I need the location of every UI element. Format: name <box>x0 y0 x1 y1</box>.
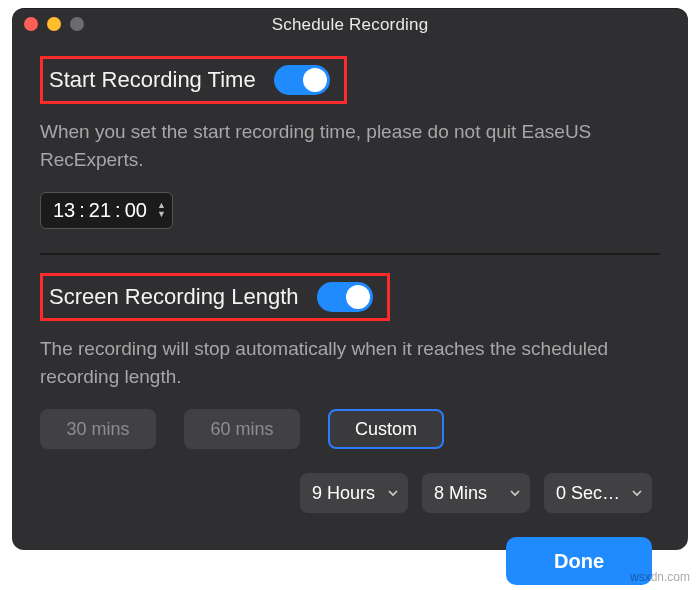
dialog-window: Schedule Recording Start Recording Time … <box>12 8 688 550</box>
mins-dropdown[interactable]: 8 Mins <box>422 473 530 513</box>
traffic-lights <box>24 17 84 31</box>
time-hours: 13 <box>53 199 75 222</box>
close-icon[interactable] <box>24 17 38 31</box>
preset-custom-button[interactable]: Custom <box>328 409 444 449</box>
minimize-icon[interactable] <box>47 17 61 31</box>
length-description: The recording will stop automatically wh… <box>40 335 660 391</box>
secs-dropdown[interactable]: 0 Sec… <box>544 473 652 513</box>
maximize-icon <box>70 17 84 31</box>
chevron-down-icon <box>388 488 398 498</box>
mins-value: 8 Mins <box>434 483 487 504</box>
stepper-down-icon[interactable]: ▼ <box>157 211 166 220</box>
hours-value: 9 Hours <box>312 483 375 504</box>
toggle-knob-icon <box>346 285 370 309</box>
watermark-text: wsxdn.com <box>630 570 690 584</box>
time-seconds: 00 <box>125 199 147 222</box>
duration-presets: 30 mins 60 mins Custom <box>40 409 660 449</box>
chevron-down-icon <box>632 488 642 498</box>
length-header: Screen Recording Length <box>40 273 390 321</box>
titlebar: Schedule Recording <box>12 8 688 42</box>
length-toggle[interactable] <box>317 282 373 312</box>
toggle-knob-icon <box>303 68 327 92</box>
secs-value: 0 Sec… <box>556 483 620 504</box>
time-sep-icon: : <box>77 199 87 222</box>
start-time-header: Start Recording Time <box>40 56 347 104</box>
hours-dropdown[interactable]: 9 Hours <box>300 473 408 513</box>
start-time-field[interactable]: 13 : 21 : 00 ▲ ▼ <box>40 192 173 229</box>
length-label: Screen Recording Length <box>49 284 299 310</box>
footer-row: Done <box>40 537 660 585</box>
preset-30-button[interactable]: 30 mins <box>40 409 156 449</box>
time-digits: 13 : 21 : 00 <box>53 199 147 222</box>
time-sep-icon: : <box>113 199 123 222</box>
start-time-toggle[interactable] <box>274 65 330 95</box>
content-area: Start Recording Time When you set the st… <box>12 42 688 585</box>
chevron-down-icon <box>510 488 520 498</box>
custom-duration-row: 9 Hours 8 Mins 0 Sec… <box>40 473 660 513</box>
start-time-description: When you set the start recording time, p… <box>40 118 660 174</box>
window-title: Schedule Recording <box>272 15 429 35</box>
preset-60-button[interactable]: 60 mins <box>184 409 300 449</box>
time-stepper[interactable]: ▲ ▼ <box>157 202 166 220</box>
time-minutes: 21 <box>89 199 111 222</box>
section-divider <box>40 253 660 255</box>
start-time-label: Start Recording Time <box>49 67 256 93</box>
